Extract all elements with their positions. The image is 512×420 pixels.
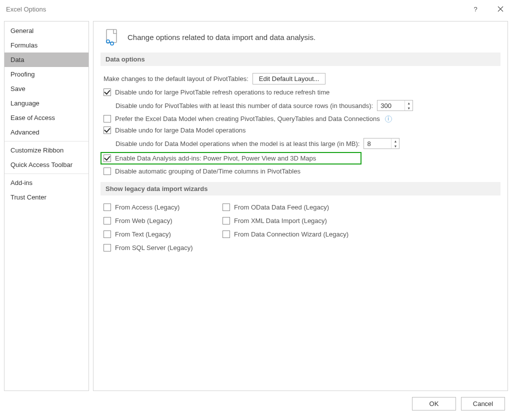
checkbox-legacy-sql-server[interactable]: [104, 244, 111, 252]
data-page-icon: [104, 28, 120, 46]
dialog-footer: OK Cancel: [0, 393, 512, 410]
sidebar-item-data[interactable]: Data: [4, 52, 88, 67]
sidebar-separator: [4, 141, 88, 142]
pivot-layout-label: Make changes to the default layout of Pi…: [104, 75, 248, 82]
label-disable-auto-grouping: Disable automatic grouping of Date/Time …: [115, 168, 300, 175]
label-legacy-text: From Text (Legacy): [115, 230, 171, 238]
label-disable-undo-model: Disable undo for large Data Model operat…: [115, 126, 246, 134]
info-icon[interactable]: i: [385, 116, 392, 122]
spinner-pivot-rows-input[interactable]: [378, 100, 404, 110]
sidebar-item-quick-access-toolbar[interactable]: Quick Access Toolbar: [4, 158, 88, 172]
checkbox-legacy-connection-wizard[interactable]: [222, 230, 230, 238]
sidebar-item-language[interactable]: Language: [4, 96, 88, 110]
spinner-up-icon[interactable]: ▲: [392, 138, 399, 144]
titlebar: Excel Options ?: [0, 0, 512, 18]
label-prefer-data-model: Prefer the Excel Data Model when creatin…: [115, 115, 380, 122]
sidebar-item-save[interactable]: Save: [4, 82, 88, 96]
sidebar-item-advanced[interactable]: Advanced: [4, 125, 88, 140]
content-pane: Change options related to data import an…: [93, 21, 508, 391]
checkbox-legacy-web[interactable]: [104, 217, 111, 224]
label-legacy-web: From Web (Legacy): [115, 217, 172, 224]
section-data-options-header: Data options: [100, 52, 500, 66]
sidebar-item-general[interactable]: General: [4, 24, 88, 38]
checkbox-legacy-xml[interactable]: [222, 217, 230, 224]
sidebar-item-trust-center[interactable]: Trust Center: [4, 190, 88, 204]
checkbox-legacy-text[interactable]: [104, 230, 111, 238]
spinner-down-icon[interactable]: ▼: [405, 106, 412, 110]
ok-button[interactable]: OK: [412, 397, 456, 410]
sidebar-separator: [4, 174, 88, 174]
checkbox-disable-auto-grouping[interactable]: [104, 168, 111, 175]
page-title: Change options related to data import an…: [128, 33, 316, 42]
sidebar-item-formulas[interactable]: Formulas: [4, 38, 88, 52]
checkbox-enable-data-analysis-addins[interactable]: [104, 154, 111, 162]
close-button[interactable]: [489, 0, 512, 18]
label-legacy-access: From Access (Legacy): [115, 204, 180, 211]
close-icon: [498, 6, 504, 12]
label-model-size-threshold: Disable undo for Data Model operations w…: [116, 140, 360, 148]
edit-default-layout-button[interactable]: Edit Default Layout...: [252, 73, 326, 84]
label-disable-undo-large-pivot: Disable undo for large PivotTable refres…: [115, 88, 330, 96]
checkbox-legacy-access[interactable]: [104, 204, 111, 211]
checkbox-disable-undo-model[interactable]: [104, 126, 111, 134]
spinner-up-icon[interactable]: ▲: [405, 100, 412, 106]
checkbox-prefer-data-model[interactable]: [104, 115, 111, 122]
sidebar: General Formulas Data Proofing Save Lang…: [4, 21, 89, 391]
help-button[interactable]: ?: [464, 0, 487, 18]
label-legacy-connection-wizard: From Data Connection Wizard (Legacy): [234, 230, 348, 238]
label-enable-data-analysis-addins: Enable Data Analysis add-ins: Power Pivo…: [115, 154, 316, 162]
label-legacy-sql-server: From SQL Server (Legacy): [115, 244, 193, 252]
spinner-model-size-input[interactable]: [364, 138, 391, 148]
sidebar-item-ease-of-access[interactable]: Ease of Access: [4, 110, 88, 125]
label-pivot-rows-threshold: Disable undo for PivotTables with at lea…: [116, 102, 373, 110]
checkbox-disable-undo-large-pivot[interactable]: [104, 88, 111, 96]
spinner-down-icon[interactable]: ▼: [392, 144, 399, 148]
label-legacy-xml: From XML Data Import (Legacy): [234, 217, 327, 224]
sidebar-item-proofing[interactable]: Proofing: [4, 67, 88, 82]
sidebar-item-customize-ribbon[interactable]: Customize Ribbon: [4, 143, 88, 158]
checkbox-legacy-odata[interactable]: [222, 204, 230, 211]
svg-rect-2: [106, 30, 116, 42]
spinner-pivot-rows[interactable]: ▲▼: [377, 100, 413, 111]
label-legacy-odata: From OData Data Feed (Legacy): [234, 204, 329, 211]
section-legacy-header: Show legacy data import wizards: [100, 182, 500, 196]
sidebar-item-add-ins[interactable]: Add-ins: [4, 176, 88, 190]
cancel-button[interactable]: Cancel: [461, 397, 505, 410]
spinner-model-size[interactable]: ▲▼: [364, 138, 400, 149]
window-title: Excel Options: [6, 6, 46, 13]
